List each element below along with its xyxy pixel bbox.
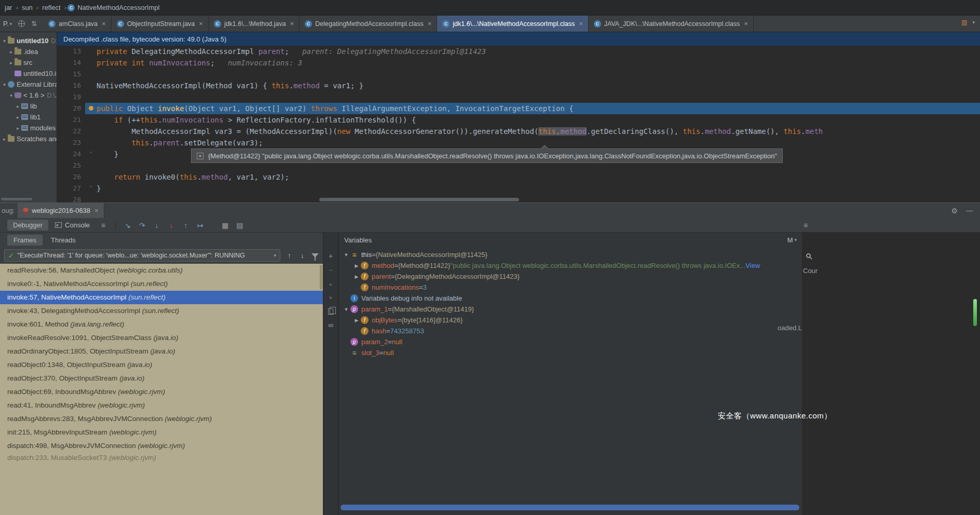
- editor-tab[interactable]: CamClass.java×: [43, 16, 112, 32]
- add-watch-icon[interactable]: +: [329, 252, 333, 260]
- editor-tab[interactable]: Cjdk1.6\...\NativeMethodAccessorImpl.cla…: [437, 16, 588, 32]
- hide-window-icon[interactable]: —: [966, 207, 973, 214]
- editor-hscrollbar[interactable]: [57, 198, 980, 202]
- settings-gear-icon[interactable]: ⚙: [951, 207, 958, 215]
- step-over-icon[interactable]: ↷: [135, 221, 149, 229]
- debug-session-tab[interactable]: weblogic2016-0638 ×: [18, 203, 104, 218]
- show-execution-point-icon[interactable]: ↘: [121, 221, 134, 229]
- code-area[interactable]: 13private DelegatingMethodAccessorImpl p…: [57, 46, 980, 202]
- show-watches-icon[interactable]: ∞: [328, 321, 333, 329]
- code-line[interactable]: 20public Object invoke(Object var1, Obje…: [57, 103, 980, 114]
- tab-frames[interactable]: Frames: [7, 235, 43, 246]
- stack-frame-row[interactable]: init:215, MsgAbbrevInputStream (weblogic…: [0, 426, 323, 439]
- variable-row[interactable]: ≡slot_3 = null: [339, 347, 802, 358]
- expand-arrow-icon[interactable]: ▼: [342, 252, 350, 258]
- tab-close-icon[interactable]: ×: [102, 20, 106, 28]
- menu-icon[interactable]: ≡: [97, 221, 110, 229]
- project-tree-item[interactable]: ▾External Librarie: [0, 79, 57, 90]
- expand-value-icon[interactable]: +: [197, 153, 203, 159]
- breadcrumb-item[interactable]: sun: [19, 4, 35, 11]
- code-line[interactable]: 15: [57, 69, 980, 80]
- frames-scrollbar-thumb[interactable]: [320, 265, 322, 290]
- filter-icon[interactable]: [311, 253, 319, 258]
- move-up-icon[interactable]: ▲: [329, 280, 333, 288]
- hidden-tabs-chevron-icon[interactable]: ▾: [972, 20, 975, 25]
- project-tree-item[interactable]: ▾untitled10D:\js: [0, 35, 57, 46]
- variable-row[interactable]: ▼pparam_1 = {MarshalledObject@11419}: [339, 304, 802, 315]
- editor-tab[interactable]: CDelegatingMethodAccessorImpl.class×: [300, 16, 437, 32]
- project-hscrollbar[interactable]: [1, 198, 32, 200]
- run-to-cursor-icon[interactable]: ↦: [194, 221, 207, 229]
- copy-icon[interactable]: [328, 308, 333, 315]
- editor-toolbar-icon[interactable]: ▨: [961, 19, 967, 26]
- previous-frame-icon[interactable]: ↑: [285, 251, 293, 260]
- variable-row[interactable]: ▶fparent = {DelegatingMethodAccessorImpl…: [339, 271, 802, 282]
- variable-row[interactable]: ▶fobjBytes = {byte[1416]@11426}: [339, 315, 802, 326]
- tab-close-icon[interactable]: ×: [290, 20, 294, 28]
- stack-frame-row[interactable]: invokeReadResolve:1091, ObjectStreamClas…: [0, 331, 323, 345]
- code-line[interactable]: 23 this.parent.setDelegate(var3);: [57, 137, 980, 148]
- code-line[interactable]: 16NativeMethodAccessorImpl(Method var1) …: [57, 80, 980, 91]
- project-tree-item[interactable]: ▸src: [0, 57, 57, 68]
- stack-frame-row[interactable]: readObject:370, ObjectInputStream (java.…: [0, 372, 323, 385]
- thread-selector[interactable]: ✓ "ExecuteThread: '1' for queue: 'weblo.…: [4, 249, 280, 262]
- layout-settings-icon[interactable]: ≡: [804, 221, 808, 229]
- step-into-icon[interactable]: ↓: [150, 221, 164, 229]
- expand-arrow-icon[interactable]: ▶: [352, 318, 361, 323]
- memory-view-button[interactable]: M▾: [787, 236, 797, 244]
- breadcrumb-item[interactable]: NativeMethodAccessorImpl: [75, 4, 162, 11]
- tab-close-icon[interactable]: ×: [744, 20, 748, 28]
- view-rows-icon[interactable]: ▤: [233, 221, 247, 229]
- next-frame-icon[interactable]: ↓: [298, 251, 306, 260]
- project-tree-item[interactable]: ▸.idea: [0, 46, 57, 57]
- expand-arrow-icon[interactable]: ▶: [352, 263, 361, 268]
- code-line[interactable]: 21 if (++this.numInvocations > Reflectio…: [57, 114, 980, 126]
- stack-frame-row[interactable]: invoke0:-1, NativeMethodAccessorImpl (su…: [0, 277, 323, 291]
- project-tree-item[interactable]: ▸lib1: [0, 112, 57, 123]
- variable-row[interactable]: pparam_2 = null: [339, 336, 802, 347]
- variable-row[interactable]: ▼≡this = {NativeMethodAccessorImpl@11425…: [339, 249, 802, 260]
- stack-frame-row[interactable]: dispatch:233, MuxableSocketT3 (weblogic.…: [0, 453, 323, 462]
- move-down-icon[interactable]: ▼: [329, 294, 333, 302]
- stack-frame-row[interactable]: readResolve:56, MarshalledObject (weblog…: [0, 264, 323, 277]
- tab-close-icon[interactable]: ×: [199, 20, 203, 28]
- stack-frame-row[interactable]: read:41, InboundMsgAbbrev (weblogic.rjvm…: [0, 399, 323, 412]
- scrollbar-thumb[interactable]: [319, 198, 519, 201]
- search-icon[interactable]: [806, 253, 811, 258]
- project-tree-item[interactable]: ▸lib: [0, 101, 57, 112]
- tab-close-icon[interactable]: ×: [579, 20, 583, 28]
- stack-frame-row[interactable]: invoke:57, NativeMethodAccessorImpl (sun…: [0, 291, 323, 304]
- globe-icon[interactable]: [18, 20, 25, 27]
- code-line[interactable]: 19: [57, 91, 980, 103]
- editor-tab[interactable]: Cjdk1.6\...\Method.java×: [209, 16, 300, 32]
- stack-frame-row[interactable]: readObject:69, InboundMsgAbbrev (weblogi…: [0, 385, 323, 399]
- expand-arrow-icon[interactable]: ▼: [342, 307, 350, 312]
- step-out-icon[interactable]: ↑: [179, 221, 193, 229]
- view-link[interactable]: View: [745, 262, 760, 269]
- editor-tab[interactable]: CObjectInputStream.java×: [112, 16, 209, 32]
- view-grid-icon[interactable]: ▦: [219, 221, 232, 229]
- breadcrumb-item[interactable]: jar: [2, 4, 15, 11]
- code-line[interactable]: 22 MethodAccessorImpl var3 = (MethodAcce…: [57, 126, 980, 137]
- editor-tab[interactable]: CJAVA_JDK\...\NativeMethodAccessorImpl.c…: [589, 16, 754, 32]
- project-tree-item[interactable]: ▾< 1.6 >D:\JA: [0, 90, 57, 101]
- tab-debugger[interactable]: Debugger: [7, 220, 48, 231]
- project-tree-item[interactable]: ▸modules: [0, 123, 57, 133]
- project-tree-item[interactable]: ▸Scratches and C: [0, 133, 57, 144]
- stack-frame-row[interactable]: invoke:43, DelegatingMethodAccessorImpl …: [0, 304, 323, 318]
- tab-threads[interactable]: Threads: [45, 235, 82, 246]
- breadcrumb-item[interactable]: reflect: [39, 4, 63, 11]
- code-line[interactable]: 26 return invoke0(this.method, var1, var…: [57, 171, 980, 183]
- code-line[interactable]: 27^}: [57, 183, 980, 194]
- variable-row[interactable]: fhash = 743258753: [339, 326, 802, 336]
- remove-watch-icon[interactable]: −: [329, 266, 333, 274]
- code-line[interactable]: 13private DelegatingMethodAccessorImpl p…: [57, 46, 980, 57]
- project-selector-button[interactable]: P.▾: [3, 20, 12, 28]
- sort-tabs-icon[interactable]: ⇅: [31, 20, 37, 28]
- stack-frame-row[interactable]: invoke:601, Method (java.lang.reflect): [0, 318, 323, 331]
- expand-arrow-icon[interactable]: ▶: [352, 274, 361, 279]
- stack-frame-row[interactable]: readOrdinaryObject:1805, ObjectInputStre…: [0, 345, 323, 358]
- variable-row[interactable]: fnumInvocations = 3: [339, 282, 802, 293]
- code-line[interactable]: 14private int numInvocations; numInvocat…: [57, 57, 980, 69]
- force-step-into-icon[interactable]: ↓: [165, 221, 178, 229]
